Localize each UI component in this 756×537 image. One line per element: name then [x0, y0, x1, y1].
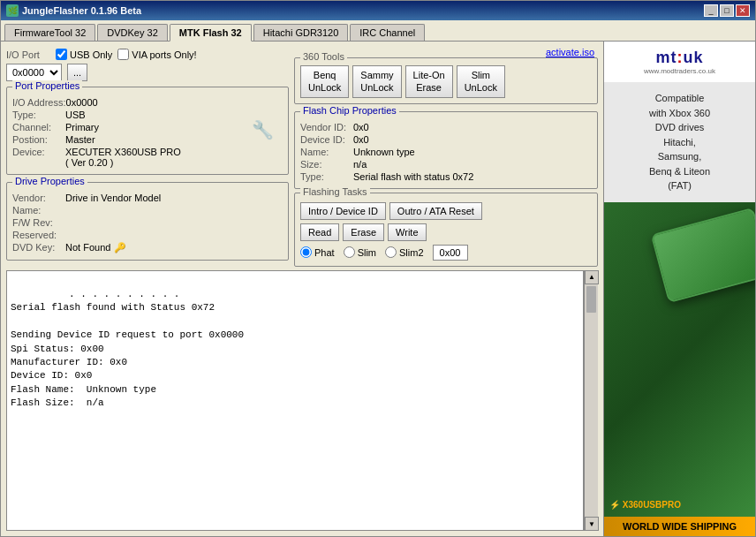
- phat-radio[interactable]: [300, 246, 312, 258]
- flash-chip-title: Flash Chip Properties: [300, 105, 399, 116]
- app-icon: 🌿: [6, 4, 19, 17]
- benq-unlock-button[interactable]: Benq UnLock: [300, 65, 349, 98]
- top-section: I/O Port USB Only VIA ports Only! 0x0000: [6, 47, 598, 267]
- tab-irc[interactable]: IRC Channel: [350, 24, 425, 41]
- flashing-tasks-title: Flashing Tasks: [300, 186, 370, 197]
- minimize-button[interactable]: _: [704, 4, 718, 17]
- wrench-icon: 🔧: [252, 119, 274, 140]
- log-section: . . . . . . . . . . Serial flash found w…: [6, 270, 598, 531]
- log-scrollbar[interactable]: ▲ ▼: [584, 270, 598, 531]
- usb-only-checkbox-label: USB Only: [56, 49, 112, 60]
- maximize-button[interactable]: □: [720, 4, 734, 17]
- drive-fw-row: F/W Rev:: [12, 216, 283, 229]
- slim-radio[interactable]: [344, 246, 355, 258]
- scroll-track: [585, 284, 598, 517]
- radio-row: Phat Slim Slim2 0x00: [300, 245, 592, 261]
- ad-x360-row: ⚡ X360USBPRO: [604, 496, 755, 513]
- drive-dvdkey-row: DVD Key: Not Found 🔑: [12, 241, 283, 254]
- slim-radio-label: Slim: [344, 246, 376, 258]
- x360-logo-icon: ⚡ X360USBPRO: [609, 500, 750, 510]
- slim2-radio[interactable]: [385, 246, 397, 258]
- drive-properties-box: Drive Properties Vendor: Drive in Vendor…: [6, 182, 289, 261]
- log-area: . . . . . . . . . . Serial flash found w…: [6, 270, 584, 531]
- vendor-id-row: Vendor ID: 0x0: [300, 121, 592, 133]
- phat-radio-label: Phat: [300, 246, 335, 258]
- scroll-down-button[interactable]: ▼: [585, 517, 599, 531]
- sammy-unlock-button[interactable]: Sammy UnLock: [352, 65, 401, 98]
- log-content: . . . . . . . . . . Serial flash found w…: [11, 289, 244, 408]
- port-device-row: Device: XECUTER X360USB PRO ( Ver 0.20 ): [12, 146, 283, 169]
- drive-properties-title: Drive Properties: [12, 176, 87, 186]
- flash-row-2: Read Erase Write: [300, 223, 592, 241]
- port-channel-row: Channel: Primary: [12, 121, 283, 133]
- via-ports-checkbox[interactable]: [117, 49, 129, 60]
- read-button[interactable]: Read: [300, 223, 339, 241]
- slim-unlock-button[interactable]: Slim UnLock: [457, 65, 505, 98]
- io-address-row: I/O Address: 0x0000: [12, 96, 283, 109]
- main-content: I/O Port USB Only VIA ports Only! 0x0000: [1, 42, 755, 536]
- io-browse-button[interactable]: ...: [67, 64, 87, 81]
- flash-row-1: Intro / Device ID Outro / ATA Reset: [300, 202, 592, 220]
- scroll-thumb[interactable]: [586, 286, 596, 313]
- io-port-row: I/O Port USB Only VIA ports Only!: [6, 47, 289, 62]
- tab-mtk[interactable]: MTK Flash 32: [170, 24, 252, 42]
- chip-size-row: Size: n/a: [300, 158, 592, 170]
- port-properties-title: Port Properties: [12, 80, 82, 91]
- ad-image: ⚡ X360USBPRO: [604, 202, 755, 518]
- ad-panel: mt:uk www.modtraders.co.uk Compatible wi…: [603, 42, 755, 536]
- hdd-visual: [651, 207, 755, 302]
- via-ports-checkbox-label: VIA ports Only!: [117, 49, 196, 60]
- chip-name-row: Name: Unknown type: [300, 146, 592, 158]
- hex-display: 0x00: [433, 245, 468, 261]
- shipping-bar: WORLD WIDE SHIPPING: [604, 517, 755, 536]
- mt-logo: mt:uk: [655, 49, 703, 67]
- tools-buttons: Benq UnLock Sammy UnLock Lite-On Erase S…: [300, 65, 592, 98]
- tools-360-title: 360 Tools: [300, 51, 347, 62]
- write-button[interactable]: Write: [388, 223, 426, 241]
- drive-reserved-row: Reserved:: [12, 229, 283, 241]
- close-button[interactable]: ✕: [736, 4, 750, 17]
- io-port-select[interactable]: 0x0000: [6, 64, 62, 81]
- ad-logo-section: mt:uk www.modtraders.co.uk: [604, 42, 755, 82]
- port-column: I/O Port USB Only VIA ports Only! 0x0000: [6, 47, 289, 267]
- outro-ata-reset-button[interactable]: Outro / ATA Reset: [389, 202, 482, 220]
- scroll-up-button[interactable]: ▲: [585, 270, 599, 284]
- slim2-radio-label: Slim2: [385, 246, 424, 258]
- erase-button[interactable]: Erase: [343, 223, 384, 241]
- mt-sub: www.modtraders.co.uk: [644, 67, 715, 75]
- tab-dvdkey[interactable]: DVDKey 32: [97, 24, 167, 41]
- main-window: 🌿 JungleFlasher 0.1.96 Beta _ □ ✕ Firmwa…: [0, 0, 756, 537]
- io-port-label: I/O Port: [6, 49, 50, 60]
- tools-360-section: 360 Tools Benq UnLock Sammy UnLock Lite-…: [294, 57, 598, 104]
- port-type-row: Type: USB: [12, 109, 283, 121]
- key-icon: 🔑: [114, 242, 126, 253]
- window-controls: _ □ ✕: [704, 4, 750, 17]
- device-id-row: Device ID: 0x0: [300, 133, 592, 146]
- drive-vendor-row: Vendor: Drive in Vendor Model: [12, 192, 283, 204]
- port-position-row: Postion: Master: [12, 133, 283, 146]
- drive-name-row: Name:: [12, 204, 283, 216]
- flash-chip-box: Flash Chip Properties Vendor ID: 0x0 Dev…: [294, 111, 598, 189]
- flashing-tasks-section: Flashing Tasks Intro / Device ID Outro /…: [294, 193, 598, 267]
- tabs-bar: FirmwareTool 32 DVDKey 32 MTK Flash 32 H…: [1, 20, 755, 42]
- tab-firmware[interactable]: FirmwareTool 32: [4, 24, 95, 41]
- chip-type-row: Type: Serial flash with status 0x72: [300, 170, 592, 183]
- ad-text: Compatible with Xbox 360 DVD drives Hita…: [604, 82, 755, 202]
- window-title: JungleFlasher 0.1.96 Beta: [22, 5, 141, 16]
- left-panel: I/O Port USB Only VIA ports Only! 0x0000: [1, 42, 603, 536]
- intro-device-id-button[interactable]: Intro / Device ID: [300, 202, 386, 220]
- usb-only-checkbox[interactable]: [56, 49, 67, 60]
- liteon-erase-button[interactable]: Lite-On Erase: [405, 65, 453, 98]
- title-bar: 🌿 JungleFlasher 0.1.96 Beta _ □ ✕: [1, 1, 755, 20]
- flash-column: activate.iso 360 Tools Benq UnLock Sammy…: [294, 47, 598, 267]
- tab-hitachi[interactable]: Hitachi GDR3120: [253, 24, 349, 41]
- port-properties-box: Port Properties I/O Address: 0x0000 Type…: [6, 87, 289, 175]
